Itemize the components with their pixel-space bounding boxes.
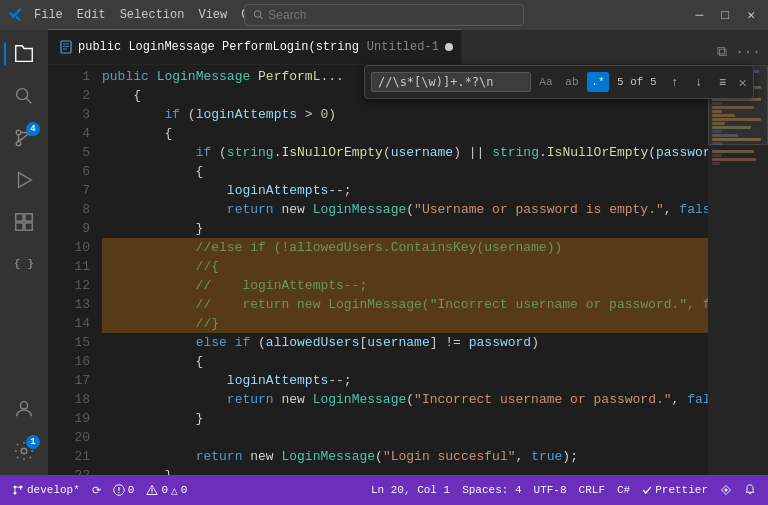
- code-line-18: return new LoginMessage("Incorrect usern…: [102, 390, 708, 409]
- activity-bar-bottom: 1: [4, 389, 44, 475]
- git-branch-icon: [12, 484, 24, 496]
- main-content: public LoginMessage PerformLogin(string …: [48, 30, 768, 475]
- global-search-box[interactable]: [244, 4, 524, 26]
- source-control-badge: 4: [26, 122, 40, 136]
- svg-line-3: [26, 98, 31, 103]
- code-line-14: //}: [102, 314, 708, 333]
- window-controls: ─ □ ✕: [691, 5, 760, 25]
- svg-point-2: [17, 89, 28, 100]
- svg-point-4: [16, 130, 21, 135]
- svg-point-23: [118, 492, 119, 493]
- status-notifications[interactable]: [740, 475, 760, 505]
- svg-point-18: [14, 486, 17, 489]
- code-line-11: //{: [102, 257, 708, 276]
- find-count: 5 of 5: [613, 76, 661, 88]
- status-errors[interactable]: 0: [109, 475, 139, 505]
- menu-selection[interactable]: Selection: [114, 6, 191, 24]
- checkmark-icon: [642, 485, 652, 495]
- status-warnings[interactable]: 0 △ 0: [142, 475, 191, 505]
- code-line-21: return new LoginMessage("Login succesful…: [102, 447, 708, 466]
- tab-actions: ⧉ ···: [710, 40, 768, 64]
- sidebar-item-source-control[interactable]: 4: [4, 118, 44, 158]
- match-case-button[interactable]: Aa: [535, 72, 557, 92]
- menu-view[interactable]: View: [192, 6, 233, 24]
- code-line-4: {: [102, 124, 708, 143]
- status-branch[interactable]: develop*: [8, 475, 84, 505]
- cursor-position: Ln 20, Col 1: [371, 484, 450, 496]
- sidebar-item-extensions[interactable]: [4, 202, 44, 242]
- bell-icon: [744, 484, 756, 496]
- menu-edit[interactable]: Edit: [71, 6, 112, 24]
- match-whole-word-button[interactable]: ab: [561, 72, 583, 92]
- warning-count: 0: [161, 484, 168, 496]
- spaces-label: Spaces: 4: [462, 484, 521, 496]
- status-encoding[interactable]: UTF-8: [530, 475, 571, 505]
- find-close-lines-button[interactable]: ≡: [713, 72, 733, 92]
- error-count: 0: [128, 484, 135, 496]
- use-regex-button[interactable]: .*: [587, 72, 609, 92]
- search-icon: [253, 9, 264, 21]
- status-bar: develop* ⟳ 0 0 △ 0 Ln 20, Col 1 Spaces: …: [0, 475, 768, 505]
- sync-icon: ⟳: [92, 484, 101, 497]
- remote-icon: [720, 484, 732, 496]
- menu-file[interactable]: File: [28, 6, 69, 24]
- sidebar-item-json[interactable]: { }: [4, 244, 44, 284]
- encoding-label: UTF-8: [534, 484, 567, 496]
- code-content[interactable]: public LoginMessage PerformL... { if (lo…: [98, 65, 708, 475]
- account-icon[interactable]: [4, 389, 44, 429]
- svg-rect-14: [61, 41, 71, 53]
- error-icon: [113, 484, 125, 496]
- svg-rect-11: [25, 223, 32, 230]
- status-sync[interactable]: ⟳: [88, 475, 105, 505]
- status-spaces[interactable]: Spaces: 4: [458, 475, 525, 505]
- status-line-ending[interactable]: CRLF: [575, 475, 609, 505]
- svg-rect-10: [16, 223, 23, 230]
- more-actions-button[interactable]: ···: [736, 40, 760, 64]
- line-numbers: 1 2 3 4 5 6 7 8 9 10 11 12 13 14 15 16 1…: [48, 65, 98, 475]
- tab-label: public LoginMessage PerformLogin(string: [78, 40, 359, 54]
- code-editor[interactable]: 1 2 3 4 5 6 7 8 9 10 11 12 13 14 15 16 1…: [48, 65, 768, 475]
- maximize-button[interactable]: □: [716, 6, 734, 25]
- minimap: [708, 65, 768, 475]
- tab-bar: public LoginMessage PerformLogin(string …: [48, 30, 768, 65]
- code-line-22: }: [102, 466, 708, 475]
- code-line-12: // loginAttempts--;: [102, 276, 708, 295]
- status-position[interactable]: Ln 20, Col 1: [367, 475, 454, 505]
- minimize-button[interactable]: ─: [691, 6, 709, 25]
- zero-count: 0: [181, 484, 188, 496]
- active-tab[interactable]: public LoginMessage PerformLogin(string …: [48, 29, 462, 64]
- tab-modified-dot: [445, 43, 453, 51]
- svg-marker-7: [19, 173, 32, 188]
- code-line-5: if (string.IsNullOrEmpty(username) || st…: [102, 143, 708, 162]
- triangle-icon: △: [171, 484, 178, 497]
- find-next-button[interactable]: ↓: [689, 72, 709, 92]
- split-editor-button[interactable]: ⧉: [710, 40, 734, 64]
- status-language[interactable]: C#: [613, 475, 634, 505]
- sidebar-item-run[interactable]: [4, 160, 44, 200]
- code-line-3: if (loginAttempts > 0): [102, 105, 708, 124]
- settings-icon[interactable]: 1: [4, 431, 44, 471]
- code-line-15: else if (allowedUsers[username] != passw…: [102, 333, 708, 352]
- find-close-button[interactable]: ✕: [739, 74, 747, 91]
- svg-line-1: [260, 16, 263, 19]
- code-line-8: return new LoginMessage("Username or pas…: [102, 200, 708, 219]
- warning-icon: [146, 484, 158, 496]
- sidebar-item-search[interactable]: [4, 76, 44, 116]
- find-prev-button[interactable]: ↑: [665, 72, 685, 92]
- status-formatter[interactable]: Prettier: [638, 475, 712, 505]
- code-line-16: {: [102, 352, 708, 371]
- search-input[interactable]: [268, 8, 515, 22]
- code-line-17: loginAttempts--;: [102, 371, 708, 390]
- branch-name: develop*: [27, 484, 80, 496]
- close-button[interactable]: ✕: [742, 5, 760, 25]
- vscode-icon: [8, 7, 24, 23]
- code-line-7: loginAttempts--;: [102, 181, 708, 200]
- find-input[interactable]: [371, 72, 531, 92]
- status-remote[interactable]: [716, 475, 736, 505]
- language-label: C#: [617, 484, 630, 496]
- file-icon: [60, 40, 72, 54]
- code-line-10: //else if (!allowedUsers.ContainsKey(use…: [102, 238, 708, 257]
- svg-point-26: [152, 492, 153, 493]
- sidebar-item-explorer[interactable]: [4, 34, 44, 74]
- formatter-label: Prettier: [655, 484, 708, 496]
